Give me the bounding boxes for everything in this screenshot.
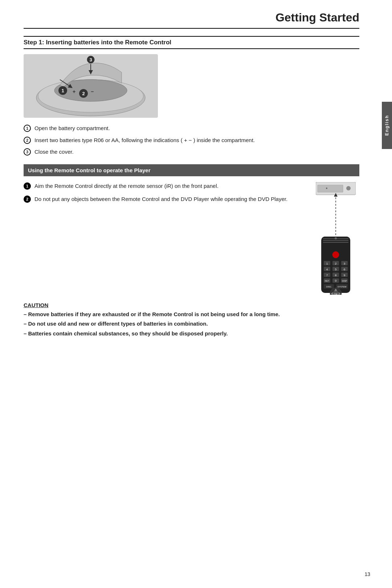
- svg-text:3: 3: [344, 262, 346, 265]
- caution-title: CAUTION: [24, 302, 359, 308]
- using-num-2: 2: [24, 196, 31, 203]
- step-num-1: 1: [24, 125, 31, 132]
- caution-item-2: – Do not use old and new or different ty…: [24, 320, 359, 328]
- svg-text:1: 1: [326, 262, 328, 265]
- using-remote-header: Using the Remote Control to operate the …: [24, 164, 359, 176]
- svg-text:DISC: DISC: [326, 286, 332, 288]
- svg-text:0: 0: [335, 279, 337, 282]
- svg-text:OK: OK: [334, 293, 338, 295]
- svg-point-17: [326, 188, 327, 189]
- instruction-text-3: Close the cover.: [34, 148, 74, 156]
- svg-point-25: [335, 237, 337, 239]
- svg-text:DISP: DISP: [342, 280, 347, 282]
- instruction-item: 3 Close the cover.: [24, 148, 359, 156]
- svg-rect-23: [323, 240, 348, 241]
- svg-text:3: 3: [89, 57, 92, 63]
- step1-header: Step 1: Inserting batteries into the Rem…: [24, 36, 359, 49]
- svg-rect-24: [323, 242, 348, 243]
- battery-compartment-image: 3 1 2 + −: [24, 54, 158, 118]
- svg-text:8: 8: [335, 274, 337, 277]
- caution-item-1: – Remove batteries if they are exhausted…: [24, 310, 359, 319]
- svg-text:SYSTEM: SYSTEM: [338, 286, 347, 288]
- instruction-text-1: Open the battery compartment.: [34, 124, 110, 133]
- svg-text:4: 4: [326, 268, 328, 271]
- svg-text:−: −: [91, 89, 94, 94]
- svg-text:6: 6: [344, 268, 346, 271]
- svg-text:2: 2: [82, 91, 85, 96]
- svg-text:2: 2: [335, 262, 337, 265]
- step1-instructions: 1 Open the battery compartment. 2 Insert…: [24, 124, 359, 156]
- instruction-item: 2 Insert two batteries type R06 or AA, f…: [24, 136, 359, 145]
- using-instruction-1: 1 Aim the Remote Control directly at the…: [24, 182, 305, 190]
- using-instruction-2: 2 Do not put any objects between the Rem…: [24, 195, 305, 204]
- svg-point-26: [332, 251, 339, 258]
- using-instructions: 1 Aim the Remote Control directly at the…: [24, 182, 305, 295]
- svg-text:9: 9: [344, 274, 346, 277]
- svg-text:RET: RET: [325, 280, 329, 282]
- using-text-1: Aim the Remote Control directly at the r…: [34, 182, 219, 190]
- svg-text:5: 5: [335, 268, 337, 271]
- caution-section: CAUTION – Remove batteries if they are e…: [24, 302, 359, 338]
- step-num-3: 3: [24, 148, 31, 156]
- using-section: 1 Aim the Remote Control directly at the…: [24, 182, 359, 295]
- using-text-2: Do not put any objects between the Remot…: [34, 195, 287, 204]
- english-label: English: [384, 115, 389, 136]
- remote-control-image: 1 2 3 4 5 6 7 8 9 RET: [312, 182, 359, 295]
- page-title: Getting Started: [24, 11, 359, 29]
- step-num-2: 2: [24, 137, 31, 144]
- caution-item-3: – Batteries contain chemical substances,…: [24, 330, 359, 338]
- using-num-1: 1: [24, 182, 31, 190]
- svg-rect-15: [318, 185, 343, 192]
- svg-text:7: 7: [326, 274, 328, 277]
- instruction-text-2: Insert two batteries type R06 or AA, fol…: [34, 136, 255, 145]
- svg-text:+: +: [73, 89, 75, 94]
- instruction-item: 1 Open the battery compartment.: [24, 124, 359, 133]
- english-tab: English: [382, 102, 392, 149]
- step1-title: Step 1: Inserting batteries into the Rem…: [24, 39, 359, 46]
- page-number: 13: [364, 571, 370, 577]
- svg-point-16: [346, 186, 351, 190]
- using-remote-title: Using the Remote Control to operate the …: [28, 167, 151, 173]
- svg-text:1: 1: [61, 88, 64, 93]
